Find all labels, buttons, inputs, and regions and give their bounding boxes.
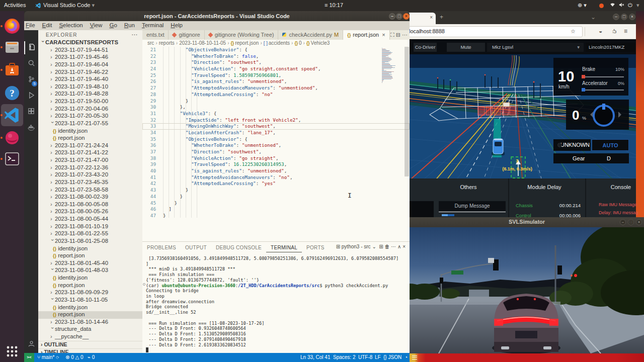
- eol-item[interactable]: LF: [375, 353, 381, 362]
- code-line-41[interactable]: 41 "AttemptedAvoidanceManeuvers": "no",: [142, 174, 410, 181]
- language-item[interactable]: {} JSON: [383, 353, 401, 362]
- code-line-30[interactable]: 30 },: [142, 104, 410, 111]
- git-branch-item[interactable]: ⑂ main* ⟳: [37, 353, 59, 362]
- tab-gitignore (Working Tree)[interactable]: gitignore (Working Tree): [205, 30, 279, 40]
- tree-folder-2023-11-07-23-45-35[interactable]: ›2023-11-07-23-45-35: [38, 179, 142, 187]
- code-line-25[interactable]: 25 "TravelSpeed": 1.58598756966801,: [142, 72, 410, 79]
- terminal-output[interactable]: [3.7356938160491056, 3.491849948511728, …: [146, 256, 405, 353]
- panel-actions[interactable]: ⊞ python3 - src ⌄ ⊞ 🗑 ⋯ ∧ ×: [336, 244, 406, 249]
- menu-go[interactable]: Go: [106, 21, 120, 29]
- panel-tab-output[interactable]: OUTPUT: [181, 242, 211, 250]
- tree-folder-2023-11-08-00-05-08[interactable]: ›2023-11-08-00-05-08: [38, 201, 142, 209]
- code-line-32[interactable]: 32 "ImpactSide": "left front with Vehicl…: [142, 117, 410, 124]
- tree-folder-2023-11-07-19-44-51[interactable]: ›2023-11-07-19-44-51: [38, 47, 142, 54]
- activities-button[interactable]: Activities: [4, 2, 26, 8]
- tree-folder-2023-11-08-10-14-46[interactable]: ›2023-11-08-10-14-46: [38, 319, 142, 326]
- url-bar[interactable]: localhost:8888: [406, 26, 583, 37]
- tree-folder-2023-11-08-00-05-26[interactable]: ›2023-11-08-00-05-26: [38, 208, 142, 216]
- docker-icon[interactable]: [24, 122, 38, 135]
- panel-tab-ports[interactable]: PORTS: [302, 242, 329, 250]
- panel-tab-problems[interactable]: PROBLEMS: [142, 242, 181, 250]
- tab-checkAccident.py[interactable]: checkAccident.pyM: [278, 30, 343, 40]
- run-debug-icon[interactable]: [24, 89, 38, 103]
- ports-item[interactable]: ⌁ 0: [88, 353, 95, 362]
- extensions-icon[interactable]: [24, 106, 38, 119]
- tree-folder-2023-11-08-01-10-19[interactable]: ›2023-11-08-01-10-19: [38, 223, 142, 231]
- code-line-31[interactable]: 31 "Vehicle3": {: [142, 111, 410, 117]
- dock-firefox-icon[interactable]: [4, 18, 21, 35]
- tree-folder-2023-11-08-01-45-40[interactable]: ›2023-11-08-01-45-40: [38, 260, 142, 267]
- input-source-icon[interactable]: ⊕ ▾: [578, 2, 587, 9]
- tree-folder-2023-11-08-01-25-08[interactable]: ›2023-11-08-01-25-08: [38, 238, 142, 245]
- remote-indicator[interactable]: ><: [24, 353, 34, 362]
- tree-folder-2023-11-07-21-41-22[interactable]: ›2023-11-07-21-41-22: [38, 149, 142, 157]
- tree-file-identity.json[interactable]: {} identity.json: [38, 245, 142, 253]
- accelerator-slider[interactable]: [582, 89, 624, 90]
- tree-file-identity.json[interactable]: {} identity.json: [38, 128, 142, 135]
- vehicle-select[interactable]: Mkz Lgsvl▾: [487, 43, 584, 52]
- power-icon[interactable]: ⏻: [628, 2, 632, 9]
- explorer-actions-icon[interactable]: ⋯: [131, 31, 137, 38]
- tree-folder-2023-11-07-23-58-58[interactable]: ›2023-11-07-23-58-58: [38, 187, 142, 194]
- code-line-40[interactable]: 40 "is_against_rules": "unmentioned",: [142, 168, 410, 174]
- code-line-24[interactable]: 24 "VehicleAction": "go straight,constan…: [142, 66, 410, 72]
- tree-folder-2023-11-08-00-02-39[interactable]: ›2023-11-08-00-02-39: [38, 194, 142, 201]
- new-tab-button[interactable]: +: [440, 14, 443, 21]
- tree-folder-2023-11-08-09-09-29[interactable]: ›2023-11-08-09-09-29: [38, 289, 142, 297]
- code-line-42[interactable]: 42 "AttemptedLaneCrossing": "yes": [142, 180, 410, 187]
- tree-folder-2023-11-07-19-46-22[interactable]: ›2023-11-07-19-46-22: [38, 69, 142, 76]
- code-line-21[interactable]: 21 "ObjectiveBehavior": {: [142, 47, 410, 53]
- tree-file-identity.json[interactable]: {} identity.json: [38, 275, 142, 282]
- volume-muted-icon[interactable]: [618, 2, 624, 9]
- tree-folder-2023-11-08-01-22-55[interactable]: ›2023-11-08-01-22-55: [38, 230, 142, 238]
- menu-terminal[interactable]: Terminal: [138, 21, 167, 29]
- tree-file-identity.json[interactable]: {} identity.json: [38, 304, 142, 312]
- svl-close-button[interactable]: ×: [636, 219, 642, 225]
- cursor-position-item[interactable]: Ln 33, Col 41: [300, 353, 331, 362]
- tab-ents.txt[interactable]: ents.txt: [142, 30, 169, 40]
- ff-maximize-button[interactable]: □: [621, 14, 627, 20]
- indentation-item[interactable]: Spaces: 2: [333, 353, 355, 362]
- breadcrumb-item[interactable]: reports: [159, 40, 175, 46]
- code-line-45[interactable]: 45 }: [142, 200, 410, 207]
- dock-files-icon[interactable]: [4, 39, 21, 56]
- code-line-39[interactable]: 39 "TravelSpeed": 16.122530260314953,: [142, 161, 410, 168]
- tab-list-chevron-icon[interactable]: ⌄: [591, 14, 596, 21]
- svl-maximize-button[interactable]: □: [628, 219, 634, 225]
- tab-close-icon[interactable]: ×: [430, 15, 433, 20]
- vs-close-button[interactable]: ×: [403, 13, 410, 20]
- vscode-titlebar[interactable]: report.json - CarAccidentsReports - Visu…: [24, 11, 410, 21]
- tree-folder-2023-11-07-19-46-04[interactable]: ›2023-11-07-19-46-04: [38, 61, 142, 69]
- mode-unknown-button[interactable]: UNKNOWN: [553, 139, 591, 151]
- pocket-icon[interactable]: ◒: [599, 28, 602, 35]
- menu-selection[interactable]: Selection: [55, 21, 86, 29]
- code-line-22[interactable]: 22 "WhetherToBrake": false,: [142, 53, 410, 60]
- tree-file-report.json[interactable]: {} report.json: [38, 311, 142, 319]
- section-module-delay[interactable]: Module Delay: [509, 184, 580, 190]
- show-applications-icon[interactable]: [4, 343, 21, 360]
- breadcrumb-item[interactable]: {}0: [294, 40, 301, 46]
- breadcrumb-item[interactable]: {}Vehicle3: [306, 40, 330, 46]
- system-menu-chevron-icon[interactable]: ▾: [636, 2, 639, 9]
- code-line-23[interactable]: 23 "Direction": "southwest",: [142, 59, 410, 66]
- source-control-icon[interactable]: 5: [24, 73, 38, 86]
- tree-file-report.json[interactable]: {} report.json: [38, 135, 142, 142]
- co-driver-button[interactable]: Co-Driver: [414, 43, 437, 52]
- search-icon[interactable]: [24, 57, 38, 70]
- code-line-36[interactable]: 36 "WhetherToBrake": "unmentioned",: [142, 142, 410, 149]
- code-line-37[interactable]: 37 "Direction": "southwest",: [142, 149, 410, 155]
- tree-folder-2023-11-07-21-24-24[interactable]: ›2023-11-07-21-24-24: [38, 142, 142, 150]
- vs-maximize-button[interactable]: □: [396, 13, 403, 20]
- tree-folder-2023-11-07-19-48-10[interactable]: ›2023-11-07-19-48-10: [38, 83, 142, 91]
- outline-section[interactable]: › OUTLINE: [38, 341, 142, 348]
- code-line-47[interactable]: 47}: [142, 213, 410, 219]
- tree-folder-2023-11-08-10-11-05[interactable]: ›2023-11-08-10-11-05: [38, 297, 142, 304]
- mode-auto-button[interactable]: AUTO: [592, 139, 629, 151]
- dock-help-icon[interactable]: ?: [4, 84, 21, 102]
- tree-folder-2023-11-07-19-50-00[interactable]: ›2023-11-07-19-50-00: [38, 98, 142, 106]
- code-line-46[interactable]: 46 ]: [142, 206, 410, 213]
- code-editor[interactable]: 21 "ObjectiveBehavior": {22 "WhetherToBr…: [142, 47, 410, 241]
- breadcrumb-item[interactable]: src: [147, 40, 154, 46]
- tree-folder-2023-11-08-00-05-44[interactable]: ›2023-11-08-00-05-44: [38, 216, 142, 223]
- panel-tab-terminal[interactable]: TERMINAL: [266, 242, 302, 252]
